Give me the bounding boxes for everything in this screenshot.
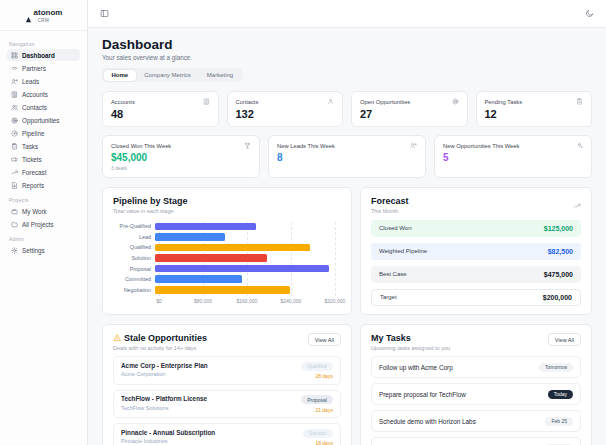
theme-toggle-moon-icon[interactable] — [585, 9, 594, 18]
stat-card-pending-tasks: Pending Tasks12 — [476, 91, 593, 127]
tasks-title: My Tasks — [371, 333, 450, 343]
chart-bar[interactable] — [155, 265, 329, 273]
warning-triangle-icon — [113, 334, 121, 342]
days-stale: 21 days — [315, 407, 333, 413]
chart-x-tick: $80,000 — [194, 298, 212, 304]
sidebar-item-dashboard[interactable]: Dashboard — [7, 49, 80, 61]
sidebar-item-partners[interactable]: Partners — [7, 62, 80, 74]
stage-badge: Solution — [303, 429, 333, 438]
forecast-row-best-case: Best Case$475,000 — [371, 266, 581, 284]
tab-marketing[interactable]: Marketing — [199, 70, 241, 81]
sidebar-item-accounts[interactable]: Accounts — [7, 88, 80, 100]
weekly-card-header: New Leads This Week — [277, 142, 417, 149]
sidebar-item-contacts[interactable]: Contacts — [7, 101, 80, 113]
weekly-value: $45,000 — [111, 152, 251, 163]
sidebar-toggle-icon[interactable] — [100, 9, 109, 18]
my-tasks-card: My Tasks Upcoming tasks assigned to you … — [360, 324, 592, 445]
chart-category-label: Pre-Qualified — [113, 223, 155, 229]
tasks-view-all-button[interactable]: View All — [548, 333, 581, 346]
sidebar-item-label: Dashboard — [22, 52, 55, 59]
sidebar-item-opportunities[interactable]: Opportunities — [7, 114, 80, 126]
weekly-card-closed-won-this-week: Closed Won This Week$45,0003 deals — [102, 135, 260, 178]
weekly-cards-row: Closed Won This Week$45,0003 dealsNew Le… — [102, 135, 592, 178]
task-item[interactable]: Schedule demo with Horizon LabsFeb 25 — [371, 410, 581, 432]
chart-x-axis: $0$80,000$160,000$240,000$320,000 — [159, 297, 335, 305]
opportunity-name: TechFlow - Platform License — [121, 395, 207, 402]
stale-opportunity-item[interactable]: Pinnacle - Annual SubscriptionPinnacle I… — [113, 423, 341, 445]
forecast-rows: Closed Won$125,000Weighted Pipeline$82,5… — [371, 220, 581, 307]
chart-category-label: Proposal — [113, 266, 155, 272]
weekly-card-new-opportunities-this-week: New Opportunities This Week5 — [434, 135, 592, 178]
target-icon — [452, 98, 459, 105]
forecast-row-closed-won: Closed Won$125,000 — [371, 220, 581, 238]
sidebar-item-label: Opportunities — [22, 117, 59, 124]
sidebar: atonom CRM NavigationDashboardPartnersLe… — [0, 0, 88, 445]
pipeline-chart-title: Pipeline by Stage — [113, 196, 341, 206]
forecast-row-label: Target — [380, 294, 397, 300]
chart-bar-track — [155, 232, 335, 243]
task-title: Prepare proposal for TechFlow — [379, 391, 466, 398]
opportunity-company: Acme Corporation — [121, 371, 208, 377]
stale-item-info: Pinnacle - Annual SubscriptionPinnacle I… — [121, 429, 215, 445]
middle-row: Pipeline by Stage Total value in each st… — [102, 187, 592, 315]
stale-item-info: Acme Corp - Enterprise PlanAcme Corporat… — [121, 362, 208, 380]
page-title: Dashboard — [102, 37, 592, 52]
sidebar-item-pipeline[interactable]: Pipeline — [7, 127, 80, 139]
tab-company-metrics[interactable]: Company Metrics — [136, 70, 199, 81]
sidebar-item-all-projects[interactable]: All Projects — [7, 218, 80, 230]
opportunity-company: TechFlow Solutions — [121, 405, 207, 411]
stale-item-meta: Proposal21 days — [301, 395, 333, 413]
chart-bar[interactable] — [155, 286, 290, 294]
chart-x-tick: $320,000 — [324, 298, 345, 304]
sidebar-item-tickets[interactable]: Tickets — [7, 153, 80, 165]
sidebar-item-my-work[interactable]: My Work — [7, 205, 80, 217]
chart-bar-track — [155, 263, 335, 274]
stale-opportunity-item[interactable]: Acme Corp - Enterprise PlanAcme Corporat… — [113, 356, 341, 385]
sidebar-item-reports[interactable]: Reports — [7, 179, 80, 191]
days-stale: 18 days — [315, 440, 333, 445]
sidebar-nav: NavigationDashboardPartnersLeadsAccounts… — [0, 31, 87, 261]
chart-bar[interactable] — [155, 244, 310, 252]
pipeline-bar-chart: Pre-QualifiedLeadQualifiedSolutionPropos… — [113, 221, 341, 305]
folder-icon — [11, 221, 18, 228]
stale-opportunity-item[interactable]: TechFlow - Platform LicenseTechFlow Solu… — [113, 390, 341, 419]
chart-x-tick: $240,000 — [280, 298, 301, 304]
weekly-card-new-leads-this-week: New Leads This Week8 — [268, 135, 426, 178]
stat-card-contacts: Contacts132 — [227, 91, 344, 127]
sidebar-item-label: My Work — [22, 208, 47, 215]
sidebar-item-tasks[interactable]: Tasks — [7, 140, 80, 152]
stat-label: Contacts — [236, 99, 259, 105]
sidebar-item-label: Accounts — [22, 91, 48, 98]
sidebar-item-label: All Projects — [22, 221, 54, 228]
chart-bar-row: Qualified — [113, 242, 341, 253]
pipeline-chart-subtitle: Total value in each stage — [113, 208, 341, 214]
chart-bar-track — [155, 221, 335, 232]
chart-bar-row: Solution — [113, 253, 341, 264]
task-item[interactable]: Review contract terms - PinnacleFeb 27 — [371, 437, 581, 445]
task-item[interactable]: Prepare proposal for TechFlowToday — [371, 383, 581, 405]
tab-home[interactable]: Home — [104, 70, 137, 81]
sidebar-item-leads[interactable]: Leads — [7, 75, 80, 87]
sidebar-item-forecast[interactable]: Forecast — [7, 166, 80, 178]
chart-bar[interactable] — [155, 223, 256, 231]
forecast-row-value: $125,000 — [544, 225, 573, 232]
forecast-row-value: $475,000 — [544, 271, 573, 278]
chart-bar[interactable] — [155, 275, 242, 283]
stale-list: Acme Corp - Enterprise PlanAcme Corporat… — [113, 356, 341, 445]
topbar — [88, 0, 606, 28]
forecast-row-weighted-pipeline: Weighted Pipeline$82,500 — [371, 243, 581, 261]
sidebar-section-label: Navigation — [9, 42, 78, 47]
stat-card-open-opportunities: Open Opportunities27 — [351, 91, 468, 127]
task-item[interactable]: Follow up with Acme CorpTomorrow — [371, 356, 581, 378]
sidebar-section-label: Admin — [9, 237, 78, 242]
chart-category-label: Qualified — [113, 244, 155, 250]
user-plus-icon — [410, 142, 417, 149]
stale-view-all-button[interactable]: View All — [308, 333, 341, 346]
chart-bar[interactable] — [155, 254, 267, 262]
chart-bar[interactable] — [155, 233, 225, 241]
chart-bar-track — [155, 274, 335, 285]
stat-value: 132 — [236, 108, 335, 120]
weekly-card-header: New Opportunities This Week — [443, 142, 583, 149]
sidebar-item-label: Settings — [22, 247, 45, 254]
sidebar-item-settings[interactable]: Settings — [7, 244, 80, 256]
